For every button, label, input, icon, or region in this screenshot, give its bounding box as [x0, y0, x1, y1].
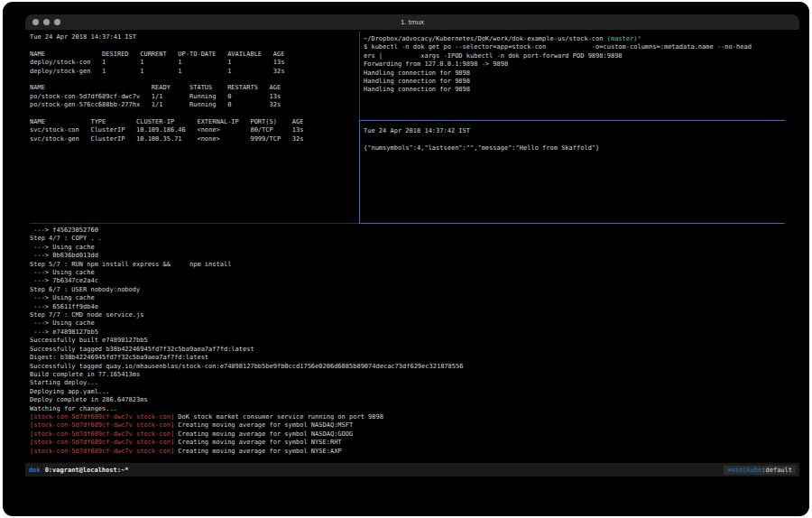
- terminal-line: NAME DESIRED CURRENT UP-TO-DATE AVAILABL…: [30, 51, 356, 59]
- terminal-line: ~/Dropbox/advocacy/Kubernetes/DoK/work/d…: [364, 35, 797, 43]
- pane-border-active-left[interactable]: [359, 120, 360, 224]
- tmux-session-name[interactable]: dok: [29, 467, 41, 474]
- kube-namespace-label: :default: [761, 467, 792, 474]
- window-title: 1. tmux: [25, 14, 799, 30]
- terminal-line: [30, 42, 356, 50]
- terminal-line: deploy/stock-con 1 1 1 1 13s: [30, 59, 356, 67]
- terminal-line: [364, 135, 797, 143]
- zoom-button[interactable]: [54, 19, 60, 25]
- tmux-status-bar: dok 0:vagrant@localhost:~* ⎈ minikube :d…: [25, 463, 799, 476]
- terminal-line: deploy/stock-gen 1 1 1 1 32s: [30, 68, 356, 76]
- terminal-line: po/stock-con-5d7df689cf-dwc7v 1/1 Runnin…: [30, 93, 356, 101]
- terminal-line: Starting deploy...: [30, 379, 797, 387]
- terminal-line: [stock-con-5d7df689cf-dwc7v stock-con] D…: [30, 413, 797, 421]
- terminal-line: svc/stock-gen ClusterIP 10.100.35.71 <no…: [30, 135, 356, 143]
- pane-border-vertical-inactive[interactable]: [359, 31, 360, 120]
- terminal-line: {"numsymbols":4,"lastseen":"","message":…: [364, 144, 797, 153]
- terminal-line: Forwarding from 127.0.0.1:9898 -> 9898: [364, 60, 797, 69]
- traffic-lights: [32, 19, 60, 25]
- terminal-line: ers | xargs -IPOD kubectl -n dok port-fo…: [364, 52, 797, 60]
- terminal-line: Tue 24 Apr 2018 14:37:41 IST: [30, 33, 356, 42]
- terminal-line: [30, 110, 356, 118]
- terminal-line: Step 5/7 : RUN npm install express && np…: [30, 261, 797, 269]
- terminal-line: Step 6/7 : USER nobody:nobody: [30, 286, 797, 294]
- terminal-line: Step 4/7 : COPY . .: [30, 235, 797, 243]
- terminal-line: ---> Using cache: [30, 269, 797, 277]
- pane-border-horizontal-inactive[interactable]: [30, 223, 359, 224]
- terminal-line: ---> 0b636bd013dd: [30, 252, 797, 260]
- minimize-button[interactable]: [43, 19, 50, 25]
- tmux-status-right: ⎈ minikube :default: [724, 466, 796, 475]
- close-button[interactable]: [32, 19, 39, 25]
- pane-kubectl-watch[interactable]: Tue 24 Apr 2018 14:37:41 IST NAME DESIRE…: [30, 33, 356, 221]
- terminal-line: Successfully built e74898127bb5: [30, 337, 797, 345]
- terminal-line: Deploying app.yaml...: [30, 388, 797, 396]
- screenshot-root: 1. tmux Tue 24 Apr 2018 14:37:41 IST NAM…: [0, 0, 812, 518]
- pane-border-active-bottom[interactable]: [359, 223, 785, 224]
- terminal-line: Handling connection for 9898: [364, 69, 797, 78]
- terminal-line: Digest: b38b42246945fd7f32c5ba9aea7af7fd…: [30, 354, 797, 362]
- terminal-line: po/stock-gen-576cc688bb-277hx 1/1 Runnin…: [30, 101, 356, 109]
- window-titlebar[interactable]: 1. tmux: [25, 14, 799, 30]
- pane-port-forward[interactable]: ~/Dropbox/advocacy/Kubernetes/DoK/work/d…: [364, 35, 797, 118]
- terminal-line: NAME TYPE CLUSTER-IP EXTERNAL-IP PORT(S)…: [30, 118, 356, 126]
- terminal-line: NAME READY STATUS RESTARTS AGE: [30, 84, 356, 92]
- terminal-line: ---> 65611ff9db4e: [30, 303, 797, 311]
- terminal-line: Tue 24 Apr 2018 14:37:42 IST: [364, 127, 797, 135]
- terminal-line: ---> f45623052760: [30, 227, 797, 235]
- terminal-line: [stock-con-5d7df689cf-dwc7v stock-con] C…: [30, 448, 797, 456]
- pane-build-log[interactable]: ---> f45623052760Step 4/7 : COPY . . ---…: [30, 227, 797, 459]
- terminal-line: Step 7/7 : CMD node service.js: [30, 311, 797, 319]
- terminal-line: [stock-con-5d7df689cf-dwc7v stock-con] C…: [30, 430, 797, 439]
- terminal-line: svc/stock-con ClusterIP 10.109.186.46 <n…: [30, 126, 356, 134]
- pane-skaffold-probe[interactable]: Tue 24 Apr 2018 14:37:42 IST {"numsymbol…: [364, 127, 797, 221]
- terminal-line: Build complete in 77.165413ms: [30, 371, 797, 379]
- pane-border-active-top[interactable]: [359, 120, 785, 121]
- kube-context-label: minikube: [732, 467, 762, 474]
- terminal-line: Successfully tagged quay.io/mhausenblas/…: [30, 363, 797, 371]
- terminal-line: ---> Using cache: [30, 244, 797, 252]
- terminal-line: [30, 76, 356, 84]
- terminal-line: ---> Using cache: [30, 319, 797, 328]
- terminal-line: ---> e74898127bb5: [30, 328, 797, 337]
- terminal-line: [stock-con-5d7df689cf-dwc7v stock-con] C…: [30, 439, 797, 447]
- terminal-line: Deploy complete in 286.647823ms: [30, 396, 797, 404]
- terminal-line: ---> 7b6347ce2a4c: [30, 277, 797, 285]
- terminal-line: [stock-con-5d7df689cf-dwc7v stock-con] C…: [30, 421, 797, 430]
- tmux-window-item[interactable]: 0:vagrant@localhost:~*: [45, 467, 129, 474]
- terminal-line: Watching for changes...: [30, 405, 797, 413]
- terminal-line: Successfully tagged b38b42246945fd7f32c5…: [30, 346, 797, 354]
- terminal-line: Handling connection for 9898: [364, 86, 797, 94]
- terminal-line: ---> Using cache: [30, 294, 797, 302]
- terminal-line: Handling connection for 9898: [364, 78, 797, 86]
- terminal-line: $ kubectl -n dok get po --selector=app=s…: [364, 43, 797, 51]
